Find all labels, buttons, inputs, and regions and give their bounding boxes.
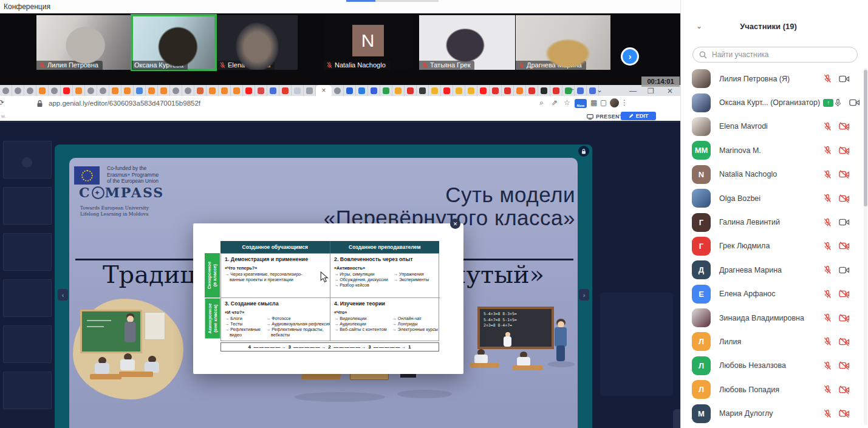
browser-tab[interactable] xyxy=(158,85,170,96)
browser-tab[interactable] xyxy=(49,85,61,96)
participant-row[interactable]: Оксана Курт... (Организатор) ↑ xyxy=(683,90,863,114)
browser-tab[interactable] xyxy=(182,85,194,96)
browser-tab[interactable] xyxy=(0,85,12,96)
participant-row[interactable]: Elena Mavrodi xyxy=(683,115,863,138)
browser-tab[interactable] xyxy=(380,85,392,96)
slide-thumbnail[interactable] xyxy=(3,325,52,363)
browser-tab[interactable] xyxy=(292,85,304,96)
browser-tab[interactable] xyxy=(514,85,526,96)
video-tile[interactable]: Лилия Петровна xyxy=(36,15,131,70)
extensions-icon[interactable]: ▦ xyxy=(590,98,597,107)
participant-row[interactable]: N Natalia Nachoglo xyxy=(683,163,863,186)
browser-tab[interactable] xyxy=(304,85,316,96)
scrollbar-thumb[interactable] xyxy=(864,70,867,206)
browser-menu-icon[interactable]: ⋮ xyxy=(621,98,628,107)
browser-tab[interactable] xyxy=(477,85,490,96)
browser-profile-avatar[interactable] xyxy=(610,98,619,107)
slide-thumbnail[interactable] xyxy=(3,233,52,271)
browser-tab[interactable] xyxy=(134,85,146,96)
new-extension-badge-icon[interactable]: New xyxy=(575,99,587,108)
edit-button[interactable]: EDIT xyxy=(621,112,656,120)
browser-tab[interactable] xyxy=(453,85,465,96)
browser-tab[interactable] xyxy=(526,85,538,96)
browser-tab[interactable] xyxy=(465,85,477,96)
browser-tab[interactable] xyxy=(392,85,405,96)
browser-tab[interactable] xyxy=(417,85,429,96)
browser-restore-button[interactable]: ❐ xyxy=(648,87,654,95)
present-button[interactable]: PRESENT xyxy=(587,114,623,120)
browser-tab[interactable] xyxy=(267,85,279,96)
slide-thumbnail[interactable] xyxy=(3,187,52,225)
participant-search[interactable] xyxy=(692,47,858,63)
new-tab-button[interactable]: + xyxy=(570,86,574,94)
participant-row[interactable]: Л Любовь Незалзова xyxy=(683,354,863,378)
video-tile[interactable]: Elena Mavrodi xyxy=(217,15,298,70)
prev-slide-button[interactable]: ‹ xyxy=(58,289,68,301)
browser-tab[interactable] xyxy=(170,85,182,96)
browser-tab-active[interactable]: × xyxy=(316,85,332,96)
browser-tab[interactable] xyxy=(356,85,368,96)
video-tile[interactable]: Драгнева Марина xyxy=(516,15,610,70)
browser-tab[interactable] xyxy=(194,85,207,96)
participant-row[interactable]: Лилия Петровна (Я) xyxy=(683,67,863,90)
participant-row[interactable]: Olga Bozbei xyxy=(683,186,863,210)
browser-tab[interactable] xyxy=(332,85,344,96)
tab-group-icon[interactable]: ▢ xyxy=(600,98,607,107)
browser-tab[interactable] xyxy=(219,85,231,96)
next-participants-button[interactable]: › xyxy=(621,47,639,66)
participant-row[interactable]: Зинаида Владимировна xyxy=(683,306,863,330)
modal-close-icon[interactable]: ✕ xyxy=(450,219,460,229)
browser-tab[interactable] xyxy=(538,85,550,96)
participant-row[interactable]: MM Marinova M. xyxy=(683,138,863,162)
zoom-icon[interactable]: ⌕ xyxy=(539,98,544,107)
slide-thumbnail[interactable] xyxy=(3,141,52,178)
video-tile[interactable]: Татьяна Грек xyxy=(419,15,515,70)
participant-row[interactable]: Г Грек Людмила xyxy=(683,234,863,258)
next-slide-button[interactable]: › xyxy=(579,289,589,301)
browser-tab[interactable] xyxy=(109,85,121,96)
participant-row[interactable]: Д Драгнева Марина xyxy=(683,258,863,282)
tab-search-chevron-icon[interactable]: ⌄ xyxy=(596,86,603,94)
participant-row[interactable]: Л Лилия xyxy=(683,330,863,353)
browser-tab[interactable] xyxy=(575,85,587,96)
url-text[interactable]: app.genial.ly/editor/6306093a583d470015b… xyxy=(49,100,200,107)
browser-minimize-button[interactable]: — xyxy=(629,87,637,95)
reload-icon[interactable]: ⟳ xyxy=(0,98,4,107)
participant-row[interactable]: Л Любовь Попадия xyxy=(683,378,863,401)
browser-tab[interactable] xyxy=(255,85,267,96)
browser-tab[interactable] xyxy=(73,85,85,96)
browser-tab[interactable] xyxy=(429,85,441,96)
search-input[interactable] xyxy=(711,50,835,59)
participant-row[interactable]: Е Елена Арфанос xyxy=(683,282,863,306)
browser-tab[interactable] xyxy=(550,85,562,96)
browser-tab[interactable] xyxy=(368,85,380,96)
tab-close-icon[interactable]: × xyxy=(321,87,326,94)
browser-tab[interactable] xyxy=(405,85,417,96)
browser-tab[interactable] xyxy=(146,85,158,96)
video-tile[interactable]: N Natalia Nachoglo xyxy=(324,15,412,70)
browser-tab[interactable] xyxy=(243,85,255,96)
browser-tab[interactable] xyxy=(61,85,73,96)
browser-tab[interactable] xyxy=(24,85,36,96)
browser-close-button[interactable]: ✕ xyxy=(667,87,673,95)
participant-row[interactable]: М Мария Дулоглу xyxy=(683,401,863,425)
browser-tab[interactable] xyxy=(490,85,502,96)
side-panel-handle[interactable] xyxy=(673,409,680,428)
browser-tab[interactable] xyxy=(502,85,514,96)
browser-tab[interactable] xyxy=(441,85,453,96)
browser-tab[interactable] xyxy=(279,85,292,96)
browser-tab[interactable] xyxy=(85,85,97,96)
video-tile[interactable]: Оксана Куртева xyxy=(132,15,216,70)
slide-thumbnail[interactable] xyxy=(3,372,52,409)
browser-tab[interactable] xyxy=(121,85,134,96)
browser-tab[interactable] xyxy=(36,85,49,96)
bookmark-star-icon[interactable]: ☆ xyxy=(564,98,570,107)
slide-thumbnail[interactable] xyxy=(3,279,52,317)
participant-row[interactable]: Г Галина Левинтий xyxy=(683,210,863,234)
share-icon[interactable]: ⇗ xyxy=(552,98,558,107)
browser-tab[interactable] xyxy=(12,85,24,96)
browser-tab[interactable] xyxy=(207,85,219,96)
browser-tab[interactable] xyxy=(344,85,356,96)
browser-tab[interactable] xyxy=(97,85,109,96)
stage-lock-icon[interactable] xyxy=(578,146,589,157)
